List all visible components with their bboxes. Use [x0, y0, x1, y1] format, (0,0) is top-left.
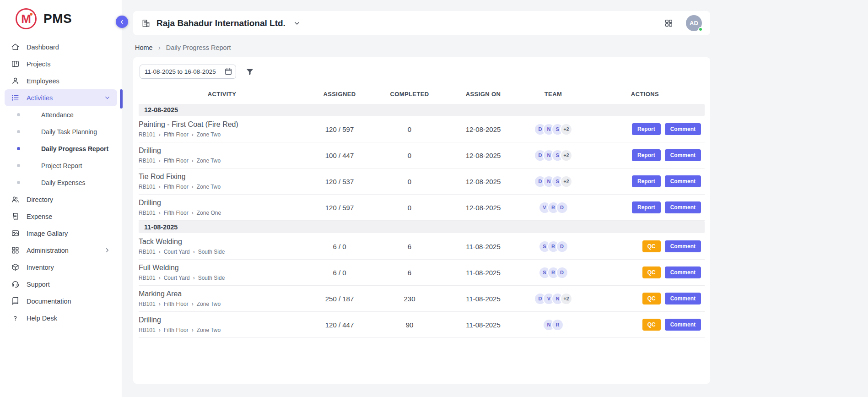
sidebar-item-expense[interactable]: Expense — [5, 208, 117, 225]
report-button[interactable]: Report — [632, 149, 661, 161]
sidebar-item-support[interactable]: Support — [5, 276, 117, 293]
sidebar-subitem-daily-progress-report[interactable]: Daily Progress Report — [5, 140, 117, 157]
breadcrumb-home-link[interactable]: Home — [135, 44, 153, 51]
sidebar-subitem-daily-expenses[interactable]: Daily Expenses — [5, 174, 117, 191]
team-avatars: N R — [521, 319, 585, 331]
calendar-icon[interactable] — [224, 67, 232, 76]
team-avatars: D V N +2 — [521, 293, 585, 305]
activity-title: Tack Welding — [139, 238, 305, 246]
date-group-header: 12-08-2025 — [139, 104, 705, 116]
apps-grid-icon[interactable] — [664, 19, 673, 27]
chevron-right-icon — [159, 275, 161, 281]
team-avatars: D N S +2 — [521, 175, 585, 188]
sidebar-subitem-project-report[interactable]: Project Report — [5, 157, 117, 174]
path-segment: Fifth Floor — [164, 131, 189, 138]
sidebar-item-documentation[interactable]: Documentation — [5, 293, 117, 310]
sidebar-item-label: Help Desk — [27, 315, 57, 322]
sidebar-item-help-desk[interactable]: Help Desk — [5, 310, 117, 326]
assigned-value: 120 / 447 — [305, 321, 374, 329]
table-row: Full Welding RB101Court YardSouth Side 6… — [139, 260, 705, 286]
table-header-row: ACTIVITY ASSIGNED COMPLETED ASSIGN ON TE… — [139, 84, 705, 103]
team-member-avatar[interactable]: D — [556, 201, 568, 214]
row-actions: Report Comment — [585, 149, 705, 161]
activity-title: Marking Area — [139, 290, 305, 298]
assigned-value: 120 / 597 — [305, 125, 374, 133]
user-icon — [11, 76, 20, 86]
sidebar-subitem-daily-task-planning[interactable]: Daily Task Planning — [5, 123, 117, 140]
sidebar-item-label: Directory — [27, 196, 53, 203]
completed-value: 6 — [374, 269, 445, 277]
qc-button[interactable]: QC — [642, 266, 661, 278]
activity-title: Painting - First Coat (Fire Red) — [139, 120, 305, 129]
comment-button[interactable]: Comment — [665, 319, 701, 331]
team-avatars: S R D — [521, 266, 585, 279]
company-selector[interactable]: Raja Bahadur International Ltd. — [141, 18, 301, 28]
path-segment: Zone Two — [197, 158, 221, 164]
sidebar-item-employees[interactable]: Employees — [5, 72, 117, 89]
path-segment: Fifth Floor — [164, 327, 189, 333]
sidebar-collapse-button[interactable] — [116, 16, 128, 28]
team-extra-count[interactable]: +2 — [560, 149, 572, 162]
activity-title: Drilling — [139, 316, 305, 324]
comment-button[interactable]: Comment — [665, 123, 701, 135]
report-button[interactable]: Report — [632, 175, 661, 187]
receipt-icon — [11, 212, 20, 221]
sidebar-subitem-attendance[interactable]: Attendance — [5, 106, 117, 123]
qc-button[interactable]: QC — [642, 319, 661, 331]
company-name: Raja Bahadur International Ltd. — [156, 18, 286, 28]
report-button[interactable]: Report — [632, 201, 661, 213]
report-button[interactable]: Report — [632, 123, 661, 135]
comment-button[interactable]: Comment — [665, 201, 701, 213]
sidebar-item-label: Image Gallary — [27, 230, 68, 237]
user-avatar[interactable]: AD — [686, 15, 702, 31]
sidebar-item-projects[interactable]: Projects — [5, 55, 117, 72]
sidebar-item-image-gallery[interactable]: Image Gallary — [5, 225, 117, 242]
qc-button[interactable]: QC — [642, 293, 661, 305]
sidebar-item-label: Expense — [27, 213, 52, 220]
row-actions: QC Comment — [585, 266, 705, 278]
completed-value: 230 — [374, 295, 445, 303]
team-member-avatar[interactable]: D — [556, 266, 568, 279]
sidebar-item-activities[interactable]: Activities — [5, 89, 117, 106]
assign-on-value: 11-08-2025 — [445, 269, 521, 277]
chevron-right-icon — [159, 131, 161, 138]
assign-on-value: 11-08-2025 — [445, 321, 521, 329]
sidebar-subitem-label: Project Report — [41, 162, 82, 169]
report-card: ACTIVITY ASSIGNED COMPLETED ASSIGN ON TE… — [133, 57, 710, 384]
sidebar-item-administration[interactable]: Administration — [5, 242, 117, 259]
chevron-right-icon — [158, 44, 161, 51]
team-extra-count[interactable]: +2 — [560, 175, 572, 188]
sidebar-item-directory[interactable]: Directory — [5, 191, 117, 208]
column-header-assign-on: ASSIGN ON — [445, 91, 521, 98]
table-row: Tack Welding RB101Court YardSouth Side 6… — [139, 234, 705, 260]
sidebar-item-dashboard[interactable]: Dashboard — [5, 38, 117, 55]
sidebar-subitem-label: Daily Progress Report — [41, 145, 108, 152]
comment-button[interactable]: Comment — [665, 149, 701, 161]
team-member-avatar[interactable]: D — [556, 240, 568, 253]
headset-icon — [11, 280, 20, 289]
activity-location-path: RB101Fifth FloorZone Two — [139, 184, 305, 190]
sidebar-item-inventory[interactable]: Inventory — [5, 259, 117, 276]
assigned-value: 6 / 0 — [305, 243, 374, 250]
qc-button[interactable]: QC — [642, 240, 661, 252]
row-actions: Report Comment — [585, 201, 705, 213]
online-status-dot — [698, 27, 703, 32]
comment-button[interactable]: Comment — [665, 293, 701, 305]
chevron-right-icon — [159, 301, 161, 307]
comment-button[interactable]: Comment — [665, 175, 701, 187]
date-range-input[interactable] — [140, 65, 236, 79]
filter-button[interactable] — [245, 67, 254, 76]
comment-button[interactable]: Comment — [665, 240, 701, 252]
team-extra-count[interactable]: +2 — [560, 293, 572, 305]
completed-value: 0 — [374, 125, 445, 133]
sidebar-item-label: Dashboard — [27, 44, 59, 51]
completed-value: 90 — [374, 321, 445, 329]
path-segment: South Side — [198, 275, 225, 281]
path-segment: Fifth Floor — [164, 158, 189, 164]
team-member-avatar[interactable]: R — [551, 319, 564, 331]
logo-m-icon: M — [16, 8, 37, 29]
activity-title: Drilling — [139, 199, 305, 207]
chevron-down-icon — [293, 20, 301, 27]
team-extra-count[interactable]: +2 — [560, 123, 572, 136]
comment-button[interactable]: Comment — [665, 266, 701, 278]
